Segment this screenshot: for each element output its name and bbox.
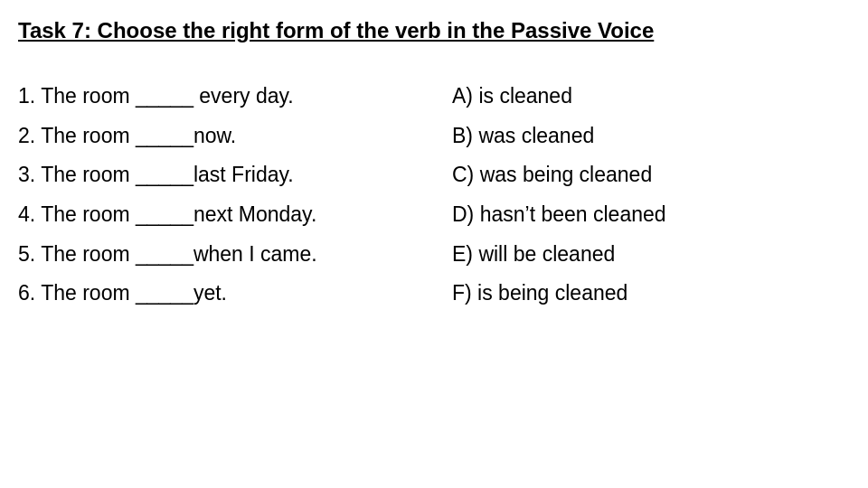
sentences-column: 1. The room _____ every day. 2. The room… bbox=[18, 80, 416, 317]
sentence-1: 1. The room _____ every day. bbox=[18, 80, 416, 113]
answer-B: B) was cleaned bbox=[452, 120, 850, 153]
answers-column: A) is cleaned B) was cleaned C) was bein… bbox=[452, 80, 850, 317]
answer-D: D) hasn’t been cleaned bbox=[452, 199, 850, 231]
sentence-2: 2. The room _____now. bbox=[18, 120, 416, 153]
answer-E: E) will be cleaned bbox=[452, 239, 850, 271]
answer-F: F) is being cleaned bbox=[452, 277, 850, 310]
answer-A: A) is cleaned bbox=[452, 80, 850, 113]
answer-C: C) was being cleaned bbox=[452, 159, 850, 192]
page-title: Task 7: Choose the right form of the ver… bbox=[18, 16, 850, 44]
sentence-4: 4. The room _____next Monday. bbox=[18, 199, 416, 231]
sentence-5: 5. The room _____when I came. bbox=[18, 239, 416, 271]
sentence-6: 6. The room _____yet. bbox=[18, 277, 416, 310]
sentence-3: 3. The room _____last Friday. bbox=[18, 159, 416, 192]
